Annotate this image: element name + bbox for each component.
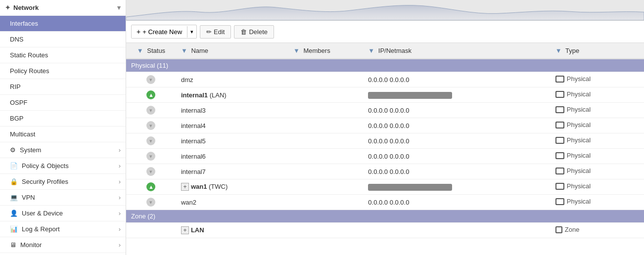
- ip-blurred: [368, 184, 452, 191]
- sidebar-item-vpn[interactable]: 💻 VPN ›: [0, 190, 126, 206]
- edit-button[interactable]: ✏ Edit: [200, 25, 231, 39]
- interface-ip: 0.0.0.0 0.0.0.0: [363, 103, 550, 118]
- interface-members: [288, 133, 363, 149]
- sidebar-item-system-label: System: [20, 146, 41, 154]
- sidebar-item-log-report[interactable]: 📊 Log & Report ›: [0, 221, 126, 237]
- sidebar-item-multicast[interactable]: Multicast: [0, 127, 126, 142]
- type-physical: Physical: [555, 167, 591, 174]
- table-row[interactable]: ▲+wan1 (TWC) Physical: [126, 179, 644, 195]
- sidebar-item-static-routes[interactable]: Static Routes: [0, 47, 126, 63]
- sidebar-item-rip[interactable]: RIP: [0, 79, 126, 95]
- sidebar-item-user-device[interactable]: 👤 User & Device ›: [0, 206, 126, 221]
- chevron-right-icon-4: ›: [119, 194, 121, 201]
- interface-members: [288, 103, 363, 118]
- sidebar-item-user-device-label: User & Device: [22, 210, 63, 217]
- chevron-right-icon-5: ›: [119, 210, 121, 217]
- chevron-right-icon-2: ›: [119, 162, 121, 170]
- delete-button[interactable]: 🗑 Delete: [234, 25, 274, 39]
- interface-type: Zone: [551, 223, 644, 238]
- table-row[interactable]: +LAN Zone: [126, 223, 644, 238]
- sidebar-item-interfaces[interactable]: Interfaces: [0, 16, 126, 32]
- table-row[interactable]: ▾internal30.0.0.0 0.0.0.0 Physical: [126, 103, 644, 118]
- sidebar-item-ospf-label: OSPF: [10, 99, 27, 106]
- table-row[interactable]: ▾dmz0.0.0.0 0.0.0.0 Physical: [126, 72, 644, 87]
- table-row[interactable]: ▾internal40.0.0.0 0.0.0.0 Physical: [126, 118, 644, 133]
- plus-icon: +: [137, 28, 140, 36]
- chevron-down-icon: ▾: [117, 4, 121, 11]
- table-row[interactable]: ▾wan20.0.0.0 0.0.0.0 Physical: [126, 195, 644, 210]
- sidebar-item-vpn-label: VPN: [22, 194, 35, 201]
- type-physical: Physical: [555, 182, 591, 190]
- sidebar-item-ospf[interactable]: OSPF: [0, 95, 126, 111]
- status-down-icon: ▾: [146, 106, 155, 115]
- chevron-right-icon: ›: [119, 146, 121, 154]
- interface-members: [288, 149, 363, 164]
- interface-name: internal4: [181, 122, 206, 129]
- interface-type: Physical: [551, 118, 644, 133]
- create-new-label: + Create New: [142, 28, 182, 36]
- interface-type: Physical: [551, 103, 644, 118]
- table-row[interactable]: ▲internal1 (LAN) Physical: [126, 87, 644, 103]
- sidebar-item-security-profiles[interactable]: 🔒 Security Profiles ›: [0, 174, 126, 190]
- interface-members: [288, 223, 363, 238]
- interface-name: internal3: [181, 107, 206, 114]
- create-new-dropdown-arrow[interactable]: ▾: [187, 26, 196, 38]
- status-down-icon: ▾: [146, 152, 155, 161]
- sidebar-item-monitor[interactable]: 🖥 Monitor ›: [0, 237, 126, 253]
- status-down-icon: ▾: [146, 121, 155, 130]
- status-up-icon: ▲: [146, 182, 155, 191]
- sidebar-item-log-report-label: Log & Report: [22, 225, 60, 233]
- sidebar-item-dns-label: DNS: [10, 36, 23, 43]
- col-header-name[interactable]: ▼ Name: [176, 43, 288, 59]
- table-row[interactable]: ▾internal70.0.0.0 0.0.0.0 Physical: [126, 164, 644, 179]
- interface-members: [288, 195, 363, 210]
- type-physical: Physical: [555, 136, 591, 144]
- sidebar-item-system[interactable]: ⚙ System ›: [0, 142, 126, 158]
- expand-button[interactable]: +: [181, 183, 189, 191]
- interface-ip: [363, 179, 550, 195]
- interface-members: [288, 72, 363, 87]
- interface-type: Physical: [551, 72, 644, 87]
- create-new-button[interactable]: + + Create New: [132, 25, 187, 38]
- interface-ip: [363, 223, 550, 238]
- interface-suffix: (LAN): [208, 91, 227, 99]
- interface-members: [288, 87, 363, 103]
- chart-area: [126, 0, 644, 21]
- status-down-icon: ▾: [146, 75, 155, 84]
- col-header-status[interactable]: ▼ Status: [126, 43, 176, 59]
- interface-name: internal5: [181, 137, 206, 145]
- sidebar-item-policy-routes[interactable]: Policy Routes: [0, 63, 126, 79]
- physical-icon: [555, 183, 564, 190]
- status-down-icon: ▾: [146, 167, 155, 176]
- interface-name: internal6: [181, 153, 206, 160]
- interface-type: Physical: [551, 133, 644, 149]
- table-row[interactable]: ▾internal60.0.0.0 0.0.0.0 Physical: [126, 149, 644, 164]
- col-header-ip[interactable]: ▼ IP/Netmask: [363, 43, 550, 59]
- table-header-row: ▼ Status ▼ Name ▼ Members ▼ IP/Netmask: [126, 43, 644, 59]
- sidebar-item-interfaces-label: Interfaces: [10, 20, 38, 27]
- col-header-members[interactable]: ▼ Members: [288, 43, 363, 59]
- expand-button[interactable]: +: [181, 226, 189, 234]
- interface-members: [288, 164, 363, 179]
- col-header-type[interactable]: ▼ Type: [551, 43, 644, 59]
- sidebar-item-policy-objects[interactable]: 📄 Policy & Objects ›: [0, 158, 126, 174]
- interface-members: [288, 118, 363, 133]
- monitor-icon: 🖥: [10, 241, 16, 249]
- type-physical: Physical: [555, 198, 591, 205]
- sidebar-item-multicast-label: Multicast: [10, 130, 35, 138]
- sidebar-item-bgp[interactable]: BGP: [0, 111, 126, 127]
- type-physical: Physical: [555, 75, 591, 83]
- table-row[interactable]: ▾internal50.0.0.0 0.0.0.0 Physical: [126, 133, 644, 149]
- filter-icon-name: ▼: [181, 47, 187, 54]
- physical-icon: [555, 137, 564, 144]
- create-new-dropdown[interactable]: + + Create New ▾: [131, 25, 197, 39]
- ip-blurred: [368, 92, 452, 99]
- vpn-icon: 💻: [10, 194, 18, 201]
- sidebar-item-dns[interactable]: DNS: [0, 32, 126, 47]
- interface-members: [288, 179, 363, 195]
- sidebar-network-header[interactable]: ✦ Network ▾: [0, 0, 126, 16]
- system-icon: ⚙: [10, 146, 16, 154]
- sidebar-item-policy-routes-label: Policy Routes: [10, 67, 49, 75]
- physical-icon: [555, 152, 564, 159]
- policy-objects-icon: 📄: [10, 162, 18, 170]
